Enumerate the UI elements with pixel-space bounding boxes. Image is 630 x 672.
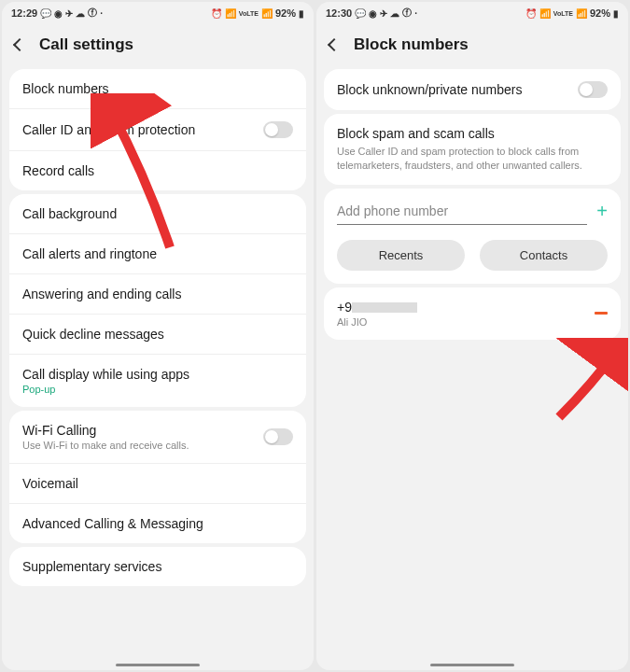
signal-icon: 📶 xyxy=(261,8,273,19)
battery-icon: ▮ xyxy=(299,8,304,19)
settings-group-4: Supplementary services xyxy=(9,547,306,586)
more-icon: · xyxy=(414,8,417,19)
header: Call settings xyxy=(2,24,314,65)
add-number-card: + Recents Contacts xyxy=(324,189,621,284)
recents-button[interactable]: Recents xyxy=(337,240,465,271)
row-block-numbers[interactable]: Block numbers xyxy=(9,69,306,109)
toggle-wifi-calling[interactable] xyxy=(263,428,293,445)
blocked-contact-name: Ali JIO xyxy=(337,316,595,328)
page-title: Call settings xyxy=(39,35,133,54)
row-call-display[interactable]: Call display while using appsPop-up xyxy=(9,355,306,407)
phone-left: 12:29 💬 ◉ ✈ ☁ ⓕ · ⏰ 📶 VoLTE 📶 92% ▮ Call… xyxy=(2,2,314,670)
settings-group-2: Call background Call alerts and ringtone… xyxy=(9,194,306,407)
row-record-calls[interactable]: Record calls xyxy=(9,151,306,190)
settings-group-3: Wi-Fi CallingUse Wi-Fi to make and recei… xyxy=(9,411,306,543)
back-icon[interactable] xyxy=(328,38,341,51)
nav-bar[interactable] xyxy=(430,664,514,666)
row-quick-decline[interactable]: Quick decline messages xyxy=(9,315,306,355)
signal-icon: 📶 xyxy=(576,8,587,19)
redacted-digits xyxy=(352,302,417,313)
blocked-entry[interactable]: +9 Ali JIO xyxy=(324,287,621,340)
spam-card[interactable]: Block spam and scam calls Use Caller ID … xyxy=(324,114,621,185)
battery-pct: 92% xyxy=(275,7,296,19)
row-voicemail[interactable]: Voicemail xyxy=(9,464,306,504)
status-time: 12:30 xyxy=(326,7,352,19)
remove-icon[interactable] xyxy=(595,312,608,315)
facebook-icon: ⓕ xyxy=(402,7,412,20)
battery-icon: ▮ xyxy=(613,8,619,19)
more-icon: · xyxy=(100,8,103,19)
back-icon[interactable] xyxy=(13,38,26,51)
wifi-icon: 📶 xyxy=(539,8,551,19)
row-block-unknown[interactable]: Block unknown/private numbers xyxy=(324,69,621,110)
status-bar: 12:29 💬 ◉ ✈ ☁ ⓕ · ⏰ 📶 VoLTE 📶 92% ▮ xyxy=(2,2,314,24)
row-caller-id[interactable]: Caller ID and spam protection xyxy=(9,109,306,151)
add-icon[interactable]: + xyxy=(596,201,608,222)
volte-icon: VoLTE xyxy=(553,10,573,17)
nav-bar[interactable] xyxy=(116,664,200,666)
spam-desc: Use Caller ID and spam protection to blo… xyxy=(337,145,608,173)
contacts-button[interactable]: Contacts xyxy=(480,240,608,271)
blocked-number: +9 xyxy=(337,300,595,315)
send-icon: ✈ xyxy=(380,8,387,19)
row-supplementary[interactable]: Supplementary services xyxy=(9,547,306,586)
alarm-icon: ⏰ xyxy=(525,8,537,19)
message-icon: 💬 xyxy=(40,8,51,19)
toggle-block-unknown[interactable] xyxy=(578,81,608,98)
message-icon: 💬 xyxy=(355,8,366,19)
row-call-background[interactable]: Call background xyxy=(9,194,306,234)
row-answering[interactable]: Answering and ending calls xyxy=(9,274,306,315)
row-wifi-calling[interactable]: Wi-Fi CallingUse Wi-Fi to make and recei… xyxy=(9,411,306,464)
battery-pct: 92% xyxy=(590,7,610,19)
send-icon: ✈ xyxy=(65,8,73,19)
row-call-alerts[interactable]: Call alerts and ringtone xyxy=(9,234,306,274)
phone-number-input[interactable] xyxy=(337,198,587,225)
block-unknown-card: Block unknown/private numbers xyxy=(324,69,621,110)
alarm-icon: ⏰ xyxy=(211,8,222,19)
app-icon: ◉ xyxy=(54,8,63,19)
settings-list: Block numbers Caller ID and spam protect… xyxy=(2,65,314,670)
app-icon: ◉ xyxy=(369,8,377,19)
wifi-icon: 📶 xyxy=(225,8,236,19)
cloud-icon: ☁ xyxy=(390,8,399,19)
facebook-icon: ⓕ xyxy=(88,7,97,20)
spam-title: Block spam and scam calls xyxy=(337,126,608,141)
phone-right: 12:30 💬 ◉ ✈ ☁ ⓕ · ⏰ 📶 VoLTE 📶 92% ▮ Bloc… xyxy=(316,2,628,670)
blocked-list: +9 Ali JIO xyxy=(324,287,621,340)
block-content: Block unknown/private numbers Block spam… xyxy=(316,65,628,670)
cloud-icon: ☁ xyxy=(76,8,85,19)
status-bar: 12:30 💬 ◉ ✈ ☁ ⓕ · ⏰ 📶 VoLTE 📶 92% ▮ xyxy=(316,2,628,24)
header: Block numbers xyxy=(316,24,628,65)
settings-group-1: Block numbers Caller ID and spam protect… xyxy=(9,69,306,190)
volte-icon: VoLTE xyxy=(239,10,259,17)
page-title: Block numbers xyxy=(354,35,469,54)
status-time: 12:29 xyxy=(11,7,37,19)
toggle-caller-id[interactable] xyxy=(263,121,293,138)
row-advanced-calling[interactable]: Advanced Calling & Messaging xyxy=(9,504,306,543)
